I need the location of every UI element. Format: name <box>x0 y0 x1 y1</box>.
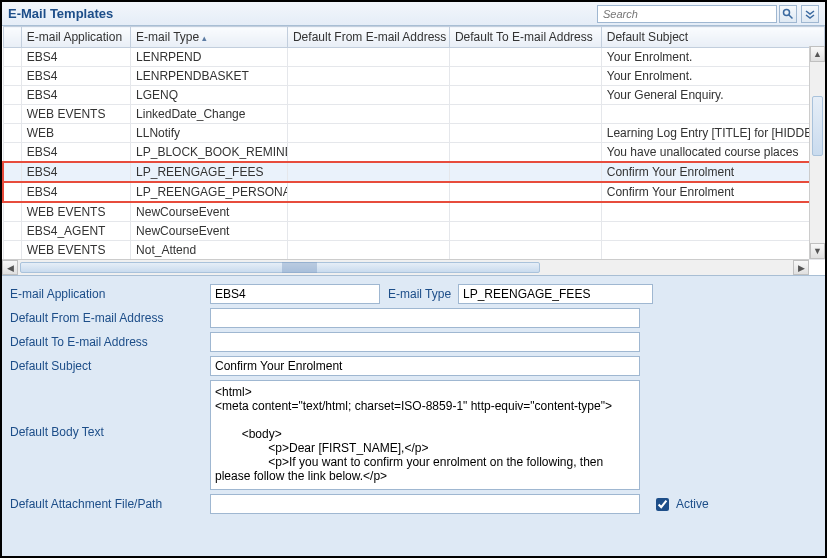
row-selector-cell[interactable] <box>3 48 21 67</box>
table-cell[interactable]: WEB EVENTS <box>21 202 130 222</box>
table-cell[interactable]: Your Enrolment. <box>601 67 824 86</box>
table-row[interactable]: EBS4LGENQYour General Enquiry. <box>3 86 824 105</box>
row-selector-cell[interactable] <box>3 143 21 163</box>
table-cell[interactable] <box>449 86 601 105</box>
field-default-to[interactable] <box>210 332 640 352</box>
table-cell[interactable] <box>449 182 601 202</box>
table-cell[interactable]: NewCourseEvent <box>131 222 288 241</box>
table-cell[interactable] <box>449 67 601 86</box>
table-row[interactable]: EBS4LP_REENGAGE_PERSONALConfirm Your Enr… <box>3 182 824 202</box>
scroll-right-arrow[interactable]: ▶ <box>793 260 809 275</box>
table-cell[interactable] <box>449 124 601 143</box>
col-default-subject[interactable]: Default Subject <box>601 27 824 48</box>
field-default-body[interactable] <box>210 380 640 490</box>
table-cell[interactable]: EBS4 <box>21 48 130 67</box>
table-cell[interactable]: LGENQ <box>131 86 288 105</box>
table-cell[interactable]: LP_REENGAGE_FEES <box>131 162 288 182</box>
table-cell[interactable] <box>449 105 601 124</box>
field-email-type[interactable] <box>458 284 653 304</box>
table-cell[interactable] <box>601 105 824 124</box>
search-input[interactable] <box>601 7 773 21</box>
scroll-up-arrow[interactable]: ▲ <box>810 46 825 62</box>
table-row[interactable]: EBS4LENRPENDBASKETYour Enrolment. <box>3 67 824 86</box>
table-cell[interactable] <box>601 222 824 241</box>
row-selector-cell[interactable] <box>3 241 21 260</box>
table-cell[interactable] <box>449 143 601 163</box>
row-selector-cell[interactable] <box>3 105 21 124</box>
scroll-down-arrow[interactable]: ▼ <box>810 243 825 259</box>
table-cell[interactable] <box>287 222 449 241</box>
table-cell[interactable]: EBS4_AGENT <box>21 222 130 241</box>
table-cell[interactable]: LinkedDate_Change <box>131 105 288 124</box>
table-cell[interactable]: EBS4 <box>21 143 130 163</box>
table-cell[interactable]: Confirm Your Enrolment <box>601 182 824 202</box>
table-cell[interactable] <box>287 124 449 143</box>
table-cell[interactable]: Your General Enquiry. <box>601 86 824 105</box>
vertical-scroll-thumb[interactable] <box>812 96 823 156</box>
table-cell[interactable]: Confirm Your Enrolment <box>601 162 824 182</box>
table-row[interactable]: WEB EVENTSNot_Attend <box>3 241 824 260</box>
table-cell[interactable]: WEB <box>21 124 130 143</box>
col-email-application[interactable]: E-mail Application <box>21 27 130 48</box>
active-checkbox[interactable] <box>656 498 669 511</box>
table-row[interactable]: EBS4LP_REENGAGE_FEESConfirm Your Enrolme… <box>3 162 824 182</box>
field-attachment[interactable] <box>210 494 640 514</box>
table-cell[interactable] <box>287 182 449 202</box>
table-cell[interactable]: WEB EVENTS <box>21 241 130 260</box>
search-icon[interactable] <box>779 5 797 23</box>
row-selector-cell[interactable] <box>3 86 21 105</box>
table-cell[interactable]: EBS4 <box>21 67 130 86</box>
expand-chevron-icon[interactable] <box>801 5 819 23</box>
table-cell[interactable] <box>287 202 449 222</box>
table-cell[interactable]: LP_REENGAGE_PERSONAL <box>131 182 288 202</box>
scroll-left-arrow[interactable]: ◀ <box>2 260 18 275</box>
table-cell[interactable] <box>287 86 449 105</box>
table-cell[interactable] <box>449 48 601 67</box>
row-selector-cell[interactable] <box>3 222 21 241</box>
row-selector-cell[interactable] <box>3 162 21 182</box>
vertical-scrollbar[interactable]: ▲ ▼ <box>809 46 825 259</box>
row-selector-cell[interactable] <box>3 124 21 143</box>
label-active[interactable]: Active <box>676 497 709 511</box>
table-row[interactable]: EBS4LENRPENDYour Enrolment. <box>3 48 824 67</box>
table-cell[interactable]: LENRPEND <box>131 48 288 67</box>
table-cell[interactable]: LP_BLOCK_BOOK_REMIND <box>131 143 288 163</box>
row-selector-header[interactable] <box>3 27 21 48</box>
table-row[interactable]: EBS4_AGENTNewCourseEvent <box>3 222 824 241</box>
table-cell[interactable]: LENRPENDBASKET <box>131 67 288 86</box>
row-selector-cell[interactable] <box>3 182 21 202</box>
table-cell[interactable]: Not_Attend <box>131 241 288 260</box>
table-cell[interactable]: You have unallocated course places <box>601 143 824 163</box>
table-cell[interactable] <box>287 241 449 260</box>
table-row[interactable]: EBS4LP_BLOCK_BOOK_REMINDYou have unalloc… <box>3 143 824 163</box>
table-cell[interactable]: Your Enrolment. <box>601 48 824 67</box>
field-default-from[interactable] <box>210 308 640 328</box>
table-cell[interactable]: Learning Log Entry [TITLE] for [HIDDEN_L <box>601 124 824 143</box>
table-cell[interactable]: WEB EVENTS <box>21 105 130 124</box>
row-selector-cell[interactable] <box>3 202 21 222</box>
col-default-to[interactable]: Default To E-mail Address <box>449 27 601 48</box>
table-cell[interactable] <box>287 105 449 124</box>
table-cell[interactable] <box>601 202 824 222</box>
row-selector-cell[interactable] <box>3 67 21 86</box>
table-cell[interactable] <box>287 67 449 86</box>
field-email-application[interactable] <box>210 284 380 304</box>
table-cell[interactable] <box>449 202 601 222</box>
table-cell[interactable]: LLNotify <box>131 124 288 143</box>
col-default-from[interactable]: Default From E-mail Address <box>287 27 449 48</box>
field-default-subject[interactable] <box>210 356 640 376</box>
table-cell[interactable] <box>287 48 449 67</box>
table-cell[interactable] <box>449 162 601 182</box>
table-row[interactable]: WEB EVENTSLinkedDate_Change <box>3 105 824 124</box>
table-cell[interactable] <box>287 162 449 182</box>
table-cell[interactable]: EBS4 <box>21 182 130 202</box>
table-cell[interactable]: EBS4 <box>21 162 130 182</box>
horizontal-scroll-thumb[interactable] <box>20 262 540 273</box>
table-cell[interactable] <box>601 241 824 260</box>
table-row[interactable]: WEBLLNotifyLearning Log Entry [TITLE] fo… <box>3 124 824 143</box>
search-box[interactable] <box>597 5 777 23</box>
table-row[interactable]: WEB EVENTSNewCourseEvent <box>3 202 824 222</box>
table-cell[interactable] <box>287 143 449 163</box>
table-cell[interactable]: NewCourseEvent <box>131 202 288 222</box>
col-email-type[interactable]: E-mail Type <box>131 27 288 48</box>
